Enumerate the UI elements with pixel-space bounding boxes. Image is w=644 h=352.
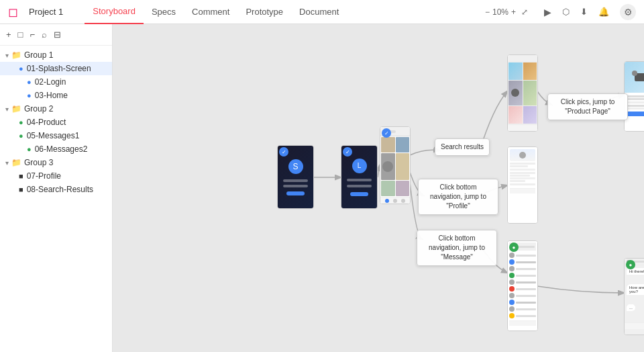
settings-icon[interactable]: ⚙ bbox=[620, 4, 636, 20]
zoom-level: 10% bbox=[492, 7, 508, 17]
group-icon-2: 📁 bbox=[11, 104, 21, 114]
sidebar-item-messages2[interactable]: ● 06-Messages2 bbox=[0, 142, 112, 156]
product-icon: ● bbox=[19, 118, 23, 126]
tree-group-1-header[interactable]: ▾ 📁 Group 1 bbox=[0, 48, 112, 62]
zoom-fit-icon[interactable]: ⤢ bbox=[521, 7, 528, 17]
chevron-down-icon-3: ▾ bbox=[5, 159, 9, 167]
sidebar: + □ ⌐ ⌕ ⊟ ▾ 📁 Group 1 ● 01-Splash-Screen bbox=[0, 24, 113, 352]
group-1-label: Group 1 bbox=[24, 50, 53, 60]
chevron-down-icon: ▾ bbox=[5, 52, 9, 59]
sidebar-item-home[interactable]: ● 03-Home bbox=[0, 89, 112, 102]
messages1-icon: ● bbox=[19, 132, 23, 140]
sidebar-tree: ▾ 📁 Group 1 ● 01-Splash-Screen ● 02-Logi… bbox=[0, 46, 112, 352]
profile-label: 07-Profile bbox=[27, 171, 61, 181]
group-icon-3: 📁 bbox=[11, 158, 21, 167]
home-icon: ● bbox=[27, 91, 32, 99]
sidebar-item-messages1[interactable]: ● 05-Messages1 bbox=[0, 129, 112, 142]
sidebar-toolbar: + □ ⌐ ⌕ ⊟ bbox=[0, 24, 112, 46]
node-splash[interactable]: ✓ S 01-Spl... bbox=[277, 145, 314, 209]
messages2-icon: ● bbox=[27, 145, 32, 153]
home-label: 03-Home bbox=[35, 91, 68, 100]
search-results-icon: ■ bbox=[19, 185, 23, 193]
zoom-controls: − 10% + ⤢ bbox=[485, 7, 528, 17]
node-messages2[interactable]: ● Hi there! Hello How are you? Good! ...… bbox=[624, 258, 644, 335]
sidebar-item-splash[interactable]: ● 01-Splash-Screen bbox=[0, 62, 112, 75]
profile-icon: ■ bbox=[19, 172, 23, 180]
tab-prototype[interactable]: Prototype bbox=[237, 0, 291, 24]
home-badge: ✓ bbox=[382, 128, 391, 138]
node-messages[interactable]: ● 05-Me... bbox=[507, 240, 538, 331]
main-layout: + □ ⌐ ⌕ ⊟ ▾ 📁 Group 1 ● 01-Splash-Screen bbox=[0, 24, 644, 352]
sidebar-item-product[interactable]: ● 04-Product bbox=[0, 116, 112, 129]
project-title: Project 1 bbox=[29, 7, 63, 17]
node-search[interactable]: 08-Sea... bbox=[507, 54, 538, 132]
page-icon[interactable]: ⌐ bbox=[28, 28, 37, 41]
tree-group-3-header[interactable]: ▾ 📁 Group 3 bbox=[0, 156, 112, 169]
messages2-badge: ● bbox=[626, 260, 635, 269]
tab-comment[interactable]: Comment bbox=[184, 0, 237, 24]
tooltip-product: Click pics, jump to "Product Page" bbox=[547, 93, 628, 120]
tab-specs[interactable]: Specs bbox=[144, 0, 184, 24]
search-results-label: 08-Search-Results bbox=[27, 185, 93, 194]
group-3-label: Group 3 bbox=[24, 158, 53, 167]
add-icon[interactable]: + bbox=[4, 28, 13, 41]
bell-icon[interactable]: 🔔 bbox=[598, 7, 609, 17]
zoom-in-icon[interactable]: + bbox=[511, 7, 516, 17]
download-icon[interactable]: ⬇ bbox=[580, 7, 588, 17]
topbar: ◻ Project 1 Storyboard Specs Comment Pro… bbox=[0, 0, 644, 24]
storyboard-canvas[interactable]: ✓ S 01-Spl... ✓ L 02-Login bbox=[113, 24, 644, 352]
chevron-down-icon-2: ▾ bbox=[5, 105, 9, 113]
folder-icon[interactable]: □ bbox=[16, 28, 25, 41]
share-icon[interactable]: ⬡ bbox=[562, 7, 570, 17]
play-icon[interactable]: ▶ bbox=[544, 7, 551, 17]
search-icon[interactable]: ⌕ bbox=[40, 28, 49, 41]
tree-group-2: ▾ 📁 Group 2 ● 04-Product ● 05-Messages1 … bbox=[0, 102, 112, 156]
node-login[interactable]: ✓ L 02-Login bbox=[341, 145, 378, 209]
login-icon: ● bbox=[27, 78, 32, 86]
tree-group-3: ▾ 📁 Group 3 ■ 07-Profile ■ 08-Search-Res… bbox=[0, 156, 112, 196]
zoom-out-icon[interactable]: − bbox=[485, 7, 490, 17]
sidebar-item-profile[interactable]: ■ 07-Profile bbox=[0, 169, 112, 183]
nav-tabs: Storyboard Specs Comment Prototype Docum… bbox=[85, 0, 347, 24]
tooltip-profile: Click bottom navigation, jump to "Profil… bbox=[418, 179, 498, 215]
group-2-label: Group 2 bbox=[24, 104, 53, 114]
login-badge: ✓ bbox=[343, 147, 352, 157]
messages1-label: 05-Messages1 bbox=[27, 131, 80, 140]
chat-screen: Hi there! Hello How are you? Good! ... 👍 bbox=[625, 259, 644, 335]
login-label: 02-Login bbox=[35, 77, 66, 87]
tab-storyboard[interactable]: Storyboard bbox=[85, 0, 144, 24]
node-profile[interactable]: 07-Prof... bbox=[507, 146, 538, 224]
tooltip-message: Click bottom navigation, jump to "Messag… bbox=[417, 230, 497, 266]
sidebar-item-search[interactable]: ■ 08-Search-Results bbox=[0, 183, 112, 196]
messages-badge: ● bbox=[509, 243, 519, 252]
tree-group-2-header[interactable]: ▾ 📁 Group 2 bbox=[0, 102, 112, 116]
node-home[interactable]: ✓ bbox=[380, 126, 411, 204]
delete-icon[interactable]: ⊟ bbox=[52, 28, 63, 41]
splash-label: 01-Splash-Screen bbox=[27, 64, 91, 73]
product-label: 04-Product bbox=[27, 118, 66, 127]
sidebar-item-login[interactable]: ● 02-Login bbox=[0, 75, 112, 89]
tree-group-1: ▾ 📁 Group 1 ● 01-Splash-Screen ● 02-Logi… bbox=[0, 48, 112, 102]
tooltip-search: Search results bbox=[435, 138, 490, 156]
splash-icon: ● bbox=[19, 64, 23, 73]
connector-lines bbox=[113, 24, 644, 352]
tab-document[interactable]: Document bbox=[291, 0, 347, 24]
group-icon: 📁 bbox=[11, 50, 21, 60]
logo-icon: ◻ bbox=[8, 5, 18, 19]
messages2-label: 06-Messages2 bbox=[35, 144, 88, 154]
splash-badge: ✓ bbox=[279, 147, 288, 157]
